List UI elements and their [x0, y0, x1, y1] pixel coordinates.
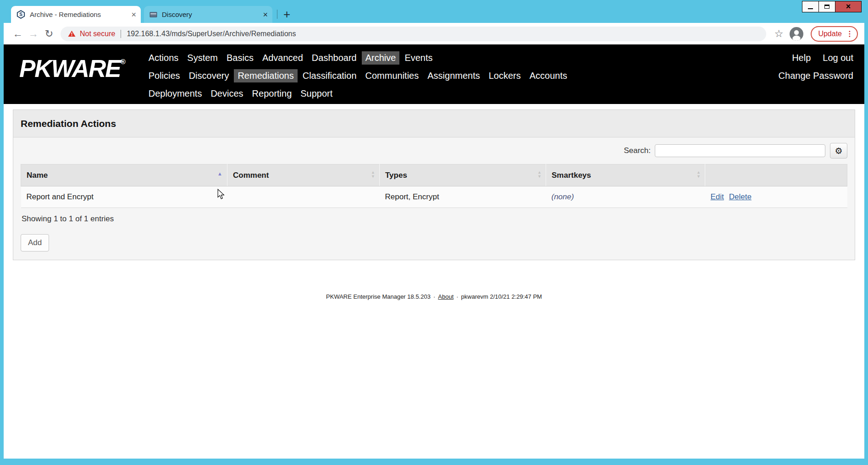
- sort-both-icon: ▲▼: [371, 170, 375, 179]
- maximize-icon: [824, 5, 829, 9]
- more-menu-icon[interactable]: ⋮: [846, 29, 853, 38]
- account-row: HelpLog out: [779, 49, 853, 67]
- bookmark-star-icon[interactable]: ☆: [774, 28, 784, 40]
- browser-toolbar: ← → ↻ Not secure 192.168.1.43/mds/SuperU…: [4, 23, 864, 44]
- nav-item-advanced[interactable]: Advanced: [259, 51, 307, 65]
- nav-item-actions[interactable]: Actions: [145, 51, 182, 65]
- pkware-shield-icon: S: [17, 10, 25, 19]
- column-header-smartkeys[interactable]: Smartkeys▲▼: [546, 164, 705, 186]
- column-header-name[interactable]: Name▲: [21, 164, 227, 186]
- footer-host-time: pkwarevm 2/10/21 2:29:47 PM: [461, 293, 542, 300]
- tab-close-icon[interactable]: ×: [131, 11, 136, 19]
- nav-item-system[interactable]: System: [183, 51, 221, 65]
- nav-row: DeploymentsDevicesReportingSupport: [145, 85, 779, 103]
- column-header-comment[interactable]: Comment▲▼: [227, 164, 380, 186]
- close-button[interactable]: ×: [835, 1, 862, 12]
- tab-discovery[interactable]: Discovery ×: [144, 6, 272, 23]
- nav-item-accounts[interactable]: Accounts: [526, 69, 571, 82]
- tab-strip: S Archive - Remediations × Discovery × +: [11, 6, 290, 23]
- add-button[interactable]: Add: [21, 234, 49, 252]
- window-frame: S Archive - Remediations × Discovery × +: [0, 0, 868, 465]
- cell-types: Report, Encrypt: [380, 186, 546, 208]
- panel-body: Search: ⚙ Name▲Comment▲▼Types▲▼Smartkeys…: [13, 137, 855, 260]
- nav-item-events[interactable]: Events: [401, 51, 436, 65]
- column-label: Smartkeys: [552, 171, 591, 180]
- remediations-table: Name▲Comment▲▼Types▲▼Smartkeys▲▼ Report …: [21, 164, 847, 208]
- nav-item-support[interactable]: Support: [297, 87, 336, 100]
- page-footer: PKWARE Enterprise Manager 18.5.203·About…: [4, 293, 864, 300]
- tab-close-icon[interactable]: ×: [263, 11, 268, 19]
- account-link-help[interactable]: Help: [792, 53, 811, 63]
- smartkeys-value: (none): [552, 192, 574, 201]
- url-text: 192.168.1.43/mds/SuperUser/Archive/Remed…: [127, 30, 296, 38]
- back-button[interactable]: ←: [10, 28, 26, 40]
- cell-name: Report and Encrypt: [21, 186, 227, 208]
- tab-separator: [277, 10, 277, 19]
- nav-item-assignments[interactable]: Assignments: [424, 69, 484, 82]
- table-row: Report and EncryptReport, Encrypt(none)E…: [21, 186, 847, 208]
- footer-separator: ·: [456, 293, 458, 300]
- nav-item-reporting[interactable]: Reporting: [249, 87, 296, 100]
- account-row: Change Password: [779, 67, 853, 85]
- url-separator: [121, 30, 121, 38]
- tab-archive-remediations[interactable]: S Archive - Remediations ×: [11, 6, 141, 23]
- page-title: Remediation Actions: [21, 118, 116, 129]
- update-button[interactable]: Update ⋮: [811, 26, 858, 42]
- close-icon: ×: [846, 2, 851, 11]
- nav-row: ActionsSystemBasicsAdvancedDashboardArch…: [145, 49, 779, 67]
- nav-item-remediations[interactable]: Remediations: [234, 69, 297, 82]
- search-input[interactable]: [655, 144, 825, 157]
- window-controls: ×: [802, 1, 862, 12]
- cell-comment: [227, 186, 380, 208]
- nav-item-basics[interactable]: Basics: [223, 51, 257, 65]
- pkware-logo: PKWARE®: [19, 55, 126, 104]
- nav-item-classification[interactable]: Classification: [299, 69, 360, 82]
- footer-separator: ·: [433, 293, 435, 300]
- edit-link[interactable]: Edit: [711, 192, 724, 201]
- tab-title: Discovery: [162, 11, 259, 18]
- account-link-log-out[interactable]: Log out: [823, 53, 853, 63]
- maximize-button[interactable]: [818, 1, 835, 12]
- app-window-icon: [149, 11, 157, 18]
- minimize-button[interactable]: [802, 1, 818, 12]
- nav-item-lockers[interactable]: Lockers: [485, 69, 525, 82]
- delete-link[interactable]: Delete: [729, 192, 752, 201]
- not-secure-warning-icon: [68, 30, 76, 37]
- cell-smartkeys: (none): [546, 186, 705, 208]
- column-label: Name: [27, 171, 48, 180]
- column-header-actions: [705, 164, 847, 186]
- table-settings-button[interactable]: ⚙: [830, 143, 847, 159]
- titlebar: S Archive - Remediations × Discovery × +: [4, 0, 864, 23]
- nav-item-discovery[interactable]: Discovery: [185, 69, 233, 82]
- table-summary: Showing 1 to 1 of 1 entries: [22, 214, 847, 224]
- reload-button[interactable]: ↻: [41, 28, 57, 40]
- cell-actions: EditDelete: [705, 186, 847, 208]
- nav-item-archive[interactable]: Archive: [362, 51, 400, 65]
- about-link[interactable]: About: [438, 293, 453, 300]
- sort-both-icon: ▲▼: [697, 170, 701, 179]
- site-header: PKWARE® ActionsSystemBasicsAdvancedDashb…: [4, 44, 864, 104]
- nav-item-devices[interactable]: Devices: [207, 87, 247, 100]
- gear-icon: ⚙: [835, 146, 842, 156]
- new-tab-button[interactable]: +: [283, 8, 290, 20]
- minimize-icon: [808, 8, 813, 9]
- profile-avatar[interactable]: [790, 27, 803, 41]
- svg-text:S: S: [19, 12, 22, 17]
- account-link-change-password[interactable]: Change Password: [779, 71, 853, 81]
- page-content: Remediation Actions Search: ⚙ Name▲Comme…: [4, 104, 864, 459]
- browser-window: S Archive - Remediations × Discovery × +: [4, 0, 864, 459]
- search-label: Search:: [624, 146, 651, 155]
- nav-item-policies[interactable]: Policies: [145, 69, 184, 82]
- nav-item-communities[interactable]: Communities: [362, 69, 423, 82]
- sort-both-icon: ▲▼: [537, 170, 542, 179]
- column-header-types[interactable]: Types▲▼: [380, 164, 546, 186]
- nav-item-dashboard[interactable]: Dashboard: [308, 51, 360, 65]
- account-links: HelpLog outChange Password: [779, 44, 853, 104]
- sort-ascending-icon: ▲: [217, 171, 222, 176]
- forward-button[interactable]: →: [26, 28, 41, 40]
- nav-item-deployments[interactable]: Deployments: [145, 87, 206, 100]
- address-bar[interactable]: Not secure 192.168.1.43/mds/SuperUser/Ar…: [61, 27, 766, 41]
- registered-mark: ®: [121, 58, 126, 66]
- security-label: Not secure: [80, 30, 115, 38]
- panel-header: Remediation Actions: [13, 110, 855, 137]
